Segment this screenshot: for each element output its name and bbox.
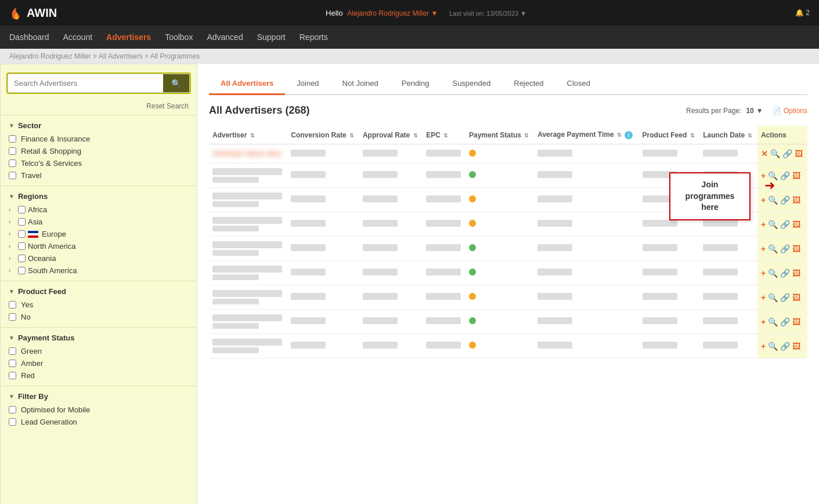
join-button[interactable]: + xyxy=(761,244,766,253)
tab-all-advertisers[interactable]: All Advertisers xyxy=(209,73,285,95)
tab-closed[interactable]: Closed xyxy=(555,73,602,95)
join-button[interactable]: + xyxy=(761,342,766,351)
image-button[interactable]: 🖼 xyxy=(792,171,800,180)
join-button[interactable]: + xyxy=(761,317,766,327)
link-button[interactable]: 🔗 xyxy=(780,317,790,327)
reset-search-button[interactable]: Reset Search xyxy=(1,100,197,115)
view-button[interactable]: 🔍 xyxy=(768,220,778,229)
remove-button[interactable]: ✕ xyxy=(761,149,768,158)
sector-title[interactable]: ▼ Sector xyxy=(9,121,189,130)
search-input[interactable] xyxy=(8,74,163,92)
view-button[interactable]: 🔍 xyxy=(768,244,778,253)
product-feed-yes[interactable]: Yes xyxy=(9,300,189,309)
image-button[interactable]: 🖼 xyxy=(795,149,803,158)
oceania-checkbox[interactable] xyxy=(18,255,26,262)
filter-by-title[interactable]: ▼ Filter By xyxy=(9,392,189,401)
image-button[interactable]: 🖼 xyxy=(792,220,800,229)
payment-status-title[interactable]: ▼ Payment Status xyxy=(9,333,189,342)
join-button[interactable]: + xyxy=(761,293,766,302)
nav-advanced[interactable]: Advanced xyxy=(207,27,243,48)
product-feed-no-checkbox[interactable] xyxy=(9,313,16,321)
tab-rejected[interactable]: Rejected xyxy=(502,73,555,95)
asia-checkbox[interactable] xyxy=(18,218,26,226)
payment-green-checkbox[interactable] xyxy=(9,347,16,355)
payment-amber[interactable]: Amber xyxy=(9,359,189,368)
filter-lead-gen[interactable]: Lead Generation xyxy=(9,418,189,426)
view-button[interactable]: 🔍 xyxy=(770,149,780,158)
link-button[interactable]: 🔗 xyxy=(780,293,790,302)
view-button[interactable]: 🔍 xyxy=(768,342,778,351)
image-button[interactable]: 🖼 xyxy=(792,342,800,351)
sector-telco[interactable]: Telco's & Services xyxy=(9,159,189,168)
africa-expand-icon[interactable]: › xyxy=(9,206,16,213)
north-america-checkbox[interactable] xyxy=(18,242,26,250)
payment-sort-icon[interactable]: ⇅ xyxy=(524,133,529,139)
notifications[interactable]: 🔔 2 xyxy=(795,9,810,17)
image-button[interactable]: 🖼 xyxy=(792,195,800,205)
approval-sort-icon[interactable]: ⇅ xyxy=(413,133,418,139)
payment-red[interactable]: Red xyxy=(9,371,189,380)
product-feed-title[interactable]: ▼ Product Feed xyxy=(9,287,189,296)
join-button[interactable]: + xyxy=(761,220,766,229)
advertiser-sort-icon[interactable]: ⇅ xyxy=(250,133,255,139)
nav-toolbox[interactable]: Toolbox xyxy=(165,27,193,48)
link-button[interactable]: 🔗 xyxy=(780,244,790,253)
search-button[interactable]: 🔍 xyxy=(163,74,189,92)
filter-mobile[interactable]: Optimised for Mobile xyxy=(9,405,189,414)
sector-telco-checkbox[interactable] xyxy=(9,159,16,167)
sector-retail-checkbox[interactable] xyxy=(9,147,16,155)
image-button[interactable]: 🖼 xyxy=(792,317,800,327)
sector-travel-checkbox[interactable] xyxy=(9,172,16,179)
payment-red-checkbox[interactable] xyxy=(9,372,16,379)
image-button[interactable]: 🖼 xyxy=(792,269,800,278)
tab-not-joined[interactable]: Not Joined xyxy=(331,73,390,95)
south-america-expand-icon[interactable]: › xyxy=(9,267,16,274)
image-button[interactable]: 🖼 xyxy=(792,244,800,253)
north-america-expand-icon[interactable]: › xyxy=(9,243,16,249)
asia-expand-icon[interactable]: › xyxy=(9,219,16,225)
sector-travel[interactable]: Travel xyxy=(9,171,189,180)
south-america-checkbox[interactable] xyxy=(18,267,26,274)
view-button[interactable]: 🔍 xyxy=(768,195,778,205)
tab-suspended[interactable]: Suspended xyxy=(441,73,502,95)
link-button[interactable]: 🔗 xyxy=(780,195,790,205)
payment-amber-checkbox[interactable] xyxy=(9,360,16,367)
europe-expand-icon[interactable]: › xyxy=(9,231,16,237)
link-button[interactable]: 🔗 xyxy=(780,342,790,351)
avg-payment-info-icon[interactable]: i xyxy=(625,131,633,139)
link-button[interactable]: 🔗 xyxy=(780,220,790,229)
view-button[interactable]: 🔍 xyxy=(768,269,778,278)
europe-checkbox[interactable] xyxy=(18,230,26,238)
payment-green[interactable]: Green xyxy=(9,347,189,356)
product-feed-no[interactable]: No xyxy=(9,313,189,321)
epc-sort-icon[interactable]: ⇅ xyxy=(443,133,448,139)
view-button[interactable]: 🔍 xyxy=(768,293,778,302)
launch-date-sort-icon[interactable]: ⇅ xyxy=(748,133,752,139)
product-feed-sort-icon[interactable]: ⇅ xyxy=(690,133,695,139)
view-button[interactable]: 🔍 xyxy=(768,317,778,327)
tab-joined[interactable]: Joined xyxy=(285,73,330,95)
nav-dashboard[interactable]: Dashboard xyxy=(9,27,49,48)
oceania-expand-icon[interactable]: › xyxy=(9,255,16,262)
product-feed-yes-checkbox[interactable] xyxy=(9,301,16,309)
link-button[interactable]: 🔗 xyxy=(780,269,790,278)
options-button[interactable]: 📄 Options xyxy=(773,107,807,115)
sector-retail[interactable]: Retail & Shopping xyxy=(9,147,189,155)
nav-advertisers[interactable]: Advertisers xyxy=(106,27,151,48)
join-button[interactable]: + xyxy=(761,269,766,278)
link-button[interactable]: 🔗 xyxy=(782,149,792,158)
avg-payment-sort-icon[interactable]: ⇅ xyxy=(617,132,622,138)
filter-lead-gen-checkbox[interactable] xyxy=(9,418,16,426)
results-dropdown-icon[interactable]: ▼ xyxy=(756,107,763,115)
regions-title[interactable]: ▼ Regions xyxy=(9,192,189,201)
nav-reports[interactable]: Reports xyxy=(300,27,328,48)
filter-mobile-checkbox[interactable] xyxy=(9,406,16,414)
nav-account[interactable]: Account xyxy=(63,27,93,48)
join-button[interactable]: + xyxy=(761,195,766,205)
sector-finance[interactable]: Finance & Insurance xyxy=(9,135,189,143)
link-button[interactable]: 🔗 xyxy=(780,171,790,180)
nav-support[interactable]: Support xyxy=(257,27,286,48)
tab-pending[interactable]: Pending xyxy=(390,73,441,95)
image-button[interactable]: 🖼 xyxy=(792,293,800,302)
sector-finance-checkbox[interactable] xyxy=(9,135,16,143)
